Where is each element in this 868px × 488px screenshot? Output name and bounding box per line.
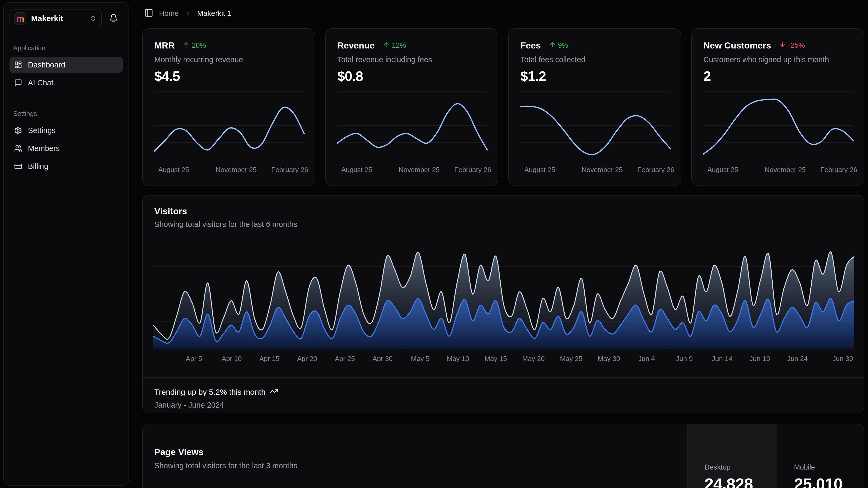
stat-value: 2 bbox=[704, 68, 852, 84]
sidebar-item-dashboard[interactable]: Dashboard bbox=[9, 57, 123, 73]
credit-card-icon bbox=[14, 162, 22, 170]
sidebar-item-billing[interactable]: Billing bbox=[9, 158, 123, 174]
stat-title: MRR bbox=[154, 40, 175, 51]
x-tick: May 5 bbox=[411, 355, 430, 363]
x-tick: Jun 24 bbox=[787, 355, 808, 363]
x-tick: May 20 bbox=[522, 355, 545, 363]
x-tick: Jun 4 bbox=[638, 355, 655, 363]
stat-card-mrr: MRR 20% Monthly recurring revenue $4.5 A… bbox=[142, 28, 315, 186]
x-tick: August 25 bbox=[158, 166, 189, 174]
stat-value: $4.5 bbox=[154, 68, 303, 84]
x-tick: May 25 bbox=[560, 355, 582, 363]
chevron-right-icon bbox=[185, 10, 191, 17]
trend-badge: -25% bbox=[779, 41, 805, 50]
x-tick: Apr 30 bbox=[372, 355, 393, 363]
x-tick: February 26 bbox=[271, 166, 308, 174]
x-tick: Jun 14 bbox=[712, 355, 733, 363]
visitors-subtitle: Showing total visitors for the last 6 mo… bbox=[143, 216, 864, 229]
sidebar-toggle-button[interactable] bbox=[144, 8, 153, 18]
x-tick: November 25 bbox=[399, 166, 440, 174]
sparkline-chart bbox=[154, 91, 303, 160]
makerkit-logo-icon: m bbox=[14, 12, 26, 25]
stat-card-fees: Fees 9% Total fees collected $1.2 August… bbox=[508, 28, 681, 186]
sparkline-chart bbox=[337, 91, 486, 160]
breadcrumb: Home Makerkit 1 bbox=[144, 8, 231, 18]
x-tick: May 30 bbox=[597, 355, 620, 363]
x-tick: August 25 bbox=[707, 166, 738, 174]
workspace-name: Makerkit bbox=[31, 14, 63, 23]
sidebar-item-label: Dashboard bbox=[28, 61, 65, 69]
stat-value: $1.2 bbox=[520, 68, 669, 84]
x-tick: Jun 19 bbox=[749, 355, 770, 363]
gear-icon bbox=[14, 126, 22, 134]
visitors-area-chart bbox=[153, 239, 853, 349]
workspace-selector[interactable]: m Makerkit bbox=[9, 9, 102, 27]
page-views-card: Page Views Showing total visitors for th… bbox=[142, 424, 864, 488]
sidebar: m Makerkit Application Dashboard bbox=[3, 2, 129, 486]
users-icon bbox=[14, 144, 22, 152]
stat-title: New Customers bbox=[704, 40, 771, 51]
toggle-value: 24,828 bbox=[705, 475, 777, 488]
trend-badge: 9% bbox=[549, 41, 568, 50]
bell-icon bbox=[109, 14, 118, 24]
x-axis-ticks: August 25November 25February 26 bbox=[520, 166, 669, 175]
stat-cards-row: MRR 20% Monthly recurring revenue $4.5 A… bbox=[142, 28, 864, 186]
sidebar-item-members[interactable]: Members bbox=[9, 140, 123, 156]
arrow-up-icon bbox=[549, 41, 556, 50]
x-tick: Apr 25 bbox=[335, 355, 355, 363]
visitors-trend-text: Trending up by 5.2% this month bbox=[154, 387, 266, 397]
sidebar-item-label: Billing bbox=[28, 162, 48, 171]
stat-title: Revenue bbox=[337, 40, 375, 51]
breadcrumb-home-link[interactable]: Home bbox=[159, 9, 179, 18]
notifications-button[interactable] bbox=[104, 9, 123, 27]
page-views-toggle-desktop[interactable]: Desktop 24,828 bbox=[687, 424, 777, 488]
panel-left-icon bbox=[144, 8, 153, 18]
x-tick: August 25 bbox=[341, 166, 372, 174]
x-tick: Apr 10 bbox=[221, 355, 242, 363]
stat-description: Total fees collected bbox=[520, 55, 669, 64]
toggle-value: 25,010 bbox=[794, 475, 864, 488]
trend-badge: 20% bbox=[183, 41, 206, 50]
trend-badge: 12% bbox=[383, 41, 406, 50]
sidebar-item-ai-chat[interactable]: AI Chat bbox=[9, 75, 123, 91]
x-tick: February 26 bbox=[820, 166, 857, 174]
visitors-title: Visitors bbox=[143, 196, 864, 216]
x-tick: Jun 9 bbox=[676, 355, 693, 363]
sidebar-item-settings[interactable]: Settings bbox=[9, 122, 123, 139]
stat-value: $0.8 bbox=[337, 68, 486, 84]
stat-description: Total revenue including fees bbox=[337, 55, 486, 64]
x-tick: Jun 30 bbox=[832, 355, 853, 363]
x-tick: Apr 15 bbox=[259, 355, 280, 363]
x-tick: November 25 bbox=[582, 166, 623, 174]
x-tick: Apr 20 bbox=[297, 355, 317, 363]
page-views-toggle-mobile[interactable]: Mobile 25,010 bbox=[777, 424, 864, 488]
x-tick: February 26 bbox=[637, 166, 674, 174]
chevrons-up-down-icon bbox=[90, 15, 97, 22]
sidebar-header: m Makerkit bbox=[9, 9, 123, 27]
stat-description: Monthly recurring revenue bbox=[154, 55, 303, 64]
x-tick: Apr 5 bbox=[186, 355, 202, 363]
sidebar-item-label: AI Chat bbox=[28, 79, 54, 87]
x-axis-ticks: August 25November 25February 26 bbox=[337, 166, 486, 175]
x-axis-ticks: August 25November 25February 26 bbox=[154, 166, 303, 175]
x-tick: November 25 bbox=[765, 166, 806, 174]
breadcrumb-current-page: Makerkit 1 bbox=[197, 9, 231, 18]
x-tick: November 25 bbox=[216, 166, 257, 174]
stat-card-new-customers: New Customers -25% Customers who signed … bbox=[691, 28, 864, 186]
x-tick: May 15 bbox=[485, 355, 507, 363]
trending-up-icon bbox=[270, 387, 278, 397]
arrow-down-icon bbox=[779, 41, 786, 50]
x-axis-ticks: Apr 5Apr 10Apr 15Apr 20Apr 25Apr 30May 5… bbox=[153, 355, 853, 364]
nav-section-label-settings: Settings bbox=[13, 110, 123, 117]
visitors-card: Visitors Showing total visitors for the … bbox=[142, 195, 864, 413]
stat-title: Fees bbox=[520, 40, 541, 51]
visitors-footer: Trending up by 5.2% this month January -… bbox=[143, 377, 864, 413]
x-tick: August 25 bbox=[524, 166, 555, 174]
nav-section-label-application: Application bbox=[13, 44, 123, 52]
stat-card-revenue: Revenue 12% Total revenue including fees… bbox=[325, 28, 498, 186]
toggle-label: Desktop bbox=[705, 463, 777, 471]
sparkline-chart bbox=[704, 91, 852, 160]
layout-dashboard-icon bbox=[14, 61, 22, 69]
stat-description: Customers who signed up this month bbox=[704, 55, 852, 64]
sidebar-item-label: Settings bbox=[28, 126, 56, 135]
